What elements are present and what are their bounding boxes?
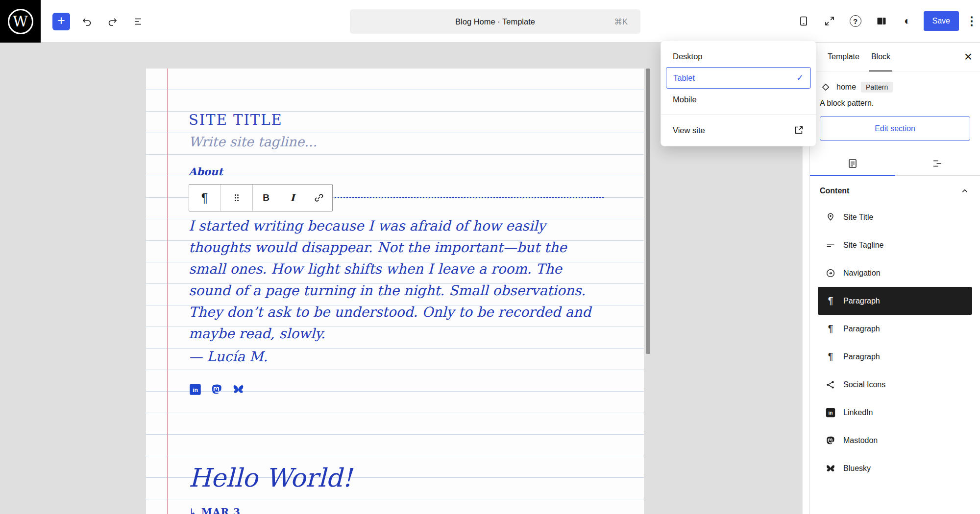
pattern-card: home Pattern <box>810 71 980 93</box>
menu-divider <box>661 115 816 115</box>
tab-template[interactable]: Template <box>822 43 865 71</box>
block-row-site-tagline[interactable]: Site Tagline <box>818 231 972 259</box>
kebab-icon: ⋮ <box>966 14 978 28</box>
italic-button[interactable]: I <box>279 185 306 211</box>
block-row-label: Site Tagline <box>843 241 883 250</box>
signature-paragraph-block[interactable]: — Lucía M. <box>189 349 268 365</box>
block-row-label: Site Title <box>843 213 873 222</box>
redo-button[interactable] <box>104 13 122 30</box>
paragraph-icon: ¶ <box>825 323 836 335</box>
svg-text:in: in <box>829 410 833 416</box>
undo-icon <box>81 16 93 27</box>
settings-panel-toggle[interactable] <box>872 11 891 31</box>
tab-content-view[interactable] <box>810 151 895 175</box>
menu-item-desktop[interactable]: Desktop <box>666 46 811 67</box>
tab-list-view[interactable] <box>895 151 980 175</box>
content-section-title: Content <box>820 187 849 195</box>
options-menu-button[interactable]: ⋮ <box>965 11 978 31</box>
document-title-button[interactable]: Blog Home · Template ⌘K <box>350 9 640 34</box>
external-link-icon <box>793 125 804 136</box>
bluesky-icon[interactable] <box>232 383 245 396</box>
block-row-navigation[interactable]: Navigation <box>818 259 972 287</box>
content-section-header: Content <box>810 176 980 201</box>
bold-button[interactable]: B <box>253 185 279 211</box>
tab-block[interactable]: Block <box>865 43 896 71</box>
style-variations-button[interactable]: ◐ <box>898 11 917 31</box>
zoom-out-button[interactable] <box>820 11 839 31</box>
contrast-icon: ◐ <box>904 15 910 27</box>
wordpress-logo-button[interactable]: W <box>0 0 41 43</box>
help-icon: ? <box>850 15 861 27</box>
wordpress-icon: W <box>8 9 33 34</box>
linkedin-icon: in <box>825 407 836 419</box>
list-view-icon <box>931 158 943 169</box>
preview-dropdown-menu: Desktop Tablet ✓ Mobile View site <box>661 40 816 146</box>
menu-item-label: View site <box>673 126 705 135</box>
block-row-label: Social Icons <box>843 380 885 389</box>
reply-arrow-icon: ↳ <box>189 506 197 514</box>
checkmark-icon: ✓ <box>796 72 804 83</box>
social-icons-block: in <box>189 383 245 396</box>
drag-handle[interactable] <box>220 185 253 211</box>
document-overview-button[interactable] <box>130 13 147 30</box>
block-row-bluesky[interactable]: Bluesky <box>818 454 972 482</box>
mastodon-icon[interactable] <box>210 383 223 396</box>
menu-item-label: Mobile <box>673 95 697 104</box>
undo-button[interactable] <box>78 13 96 30</box>
save-button[interactable]: Save <box>924 11 959 31</box>
sidebar-panel-icon <box>876 15 887 27</box>
block-row-label: Mastodon <box>843 436 878 445</box>
sidebar-view-tabs <box>810 151 980 176</box>
menu-item-tablet[interactable]: Tablet ✓ <box>666 67 811 89</box>
block-row-label: Bluesky <box>843 464 871 473</box>
menu-item-label: Tablet <box>673 73 695 83</box>
document-title: Blog Home · Template <box>455 17 535 26</box>
navigation-link-about[interactable]: About <box>189 165 223 178</box>
menu-item-mobile[interactable]: Mobile <box>666 89 811 110</box>
paragraph-block-button[interactable]: ¶ <box>189 185 220 211</box>
settings-sidebar: Template Block × home Pattern A block pa… <box>809 43 980 514</box>
expand-icon <box>824 15 835 27</box>
mastodon-icon <box>825 435 836 446</box>
share-icon <box>825 379 836 391</box>
site-tagline-block[interactable]: Write site tagline... <box>189 134 317 149</box>
navigation-icon <box>825 267 836 279</box>
block-row-label: Paragraph <box>843 325 880 333</box>
close-sidebar-button[interactable]: × <box>964 50 972 64</box>
device-preview-button[interactable] <box>794 11 813 31</box>
menu-item-view-site[interactable]: View site <box>666 119 811 141</box>
tablet-icon <box>798 15 809 27</box>
drag-icon <box>231 192 243 204</box>
post-date[interactable]: ↳MAR 3 <box>189 506 241 514</box>
separator-block[interactable] <box>331 197 604 198</box>
block-row-paragraph[interactable]: ¶ Paragraph <box>818 343 972 371</box>
block-row-site-title[interactable]: Site Title <box>818 203 972 231</box>
sidebar-header: Template Block × <box>810 43 980 71</box>
post-date-label: MAR 3 <box>201 506 241 514</box>
post-title-block[interactable]: Hello World! <box>189 463 352 492</box>
collapse-section-button[interactable] <box>959 186 970 196</box>
menu-item-label: Desktop <box>673 52 703 61</box>
block-row-label: Paragraph <box>843 297 880 305</box>
help-button[interactable]: ? <box>846 11 865 31</box>
paragraph-block[interactable]: I started writing because I was afraid o… <box>189 215 604 345</box>
content-block-list: Site Title Site Tagline Navigation ¶ Par… <box>810 201 980 484</box>
block-inserter-button[interactable]: + <box>52 13 70 30</box>
block-row-social-icons[interactable]: Social Icons <box>818 371 972 398</box>
link-button[interactable] <box>306 185 332 211</box>
redo-icon <box>107 16 119 27</box>
canvas-scrollbar-thumb[interactable] <box>646 69 650 354</box>
notebook-margin-line <box>167 69 168 514</box>
block-row-paragraph[interactable]: ¶ Paragraph <box>818 315 972 343</box>
template-preview: SITE TITLE Write site tagline... About ¶… <box>146 69 644 514</box>
block-row-linkedin[interactable]: in LinkedIn <box>818 398 972 426</box>
linkedin-icon[interactable]: in <box>189 383 202 396</box>
block-row-label: LinkedIn <box>843 408 873 417</box>
block-row-paragraph-selected[interactable]: ¶ Paragraph <box>818 287 972 315</box>
site-title-block[interactable]: SITE TITLE <box>189 112 283 128</box>
block-row-mastodon[interactable]: Mastodon <box>818 426 972 454</box>
link-icon <box>313 192 325 204</box>
block-row-label: Navigation <box>843 269 881 278</box>
edit-section-button[interactable]: Edit section <box>820 117 970 140</box>
bluesky-icon <box>825 463 836 474</box>
